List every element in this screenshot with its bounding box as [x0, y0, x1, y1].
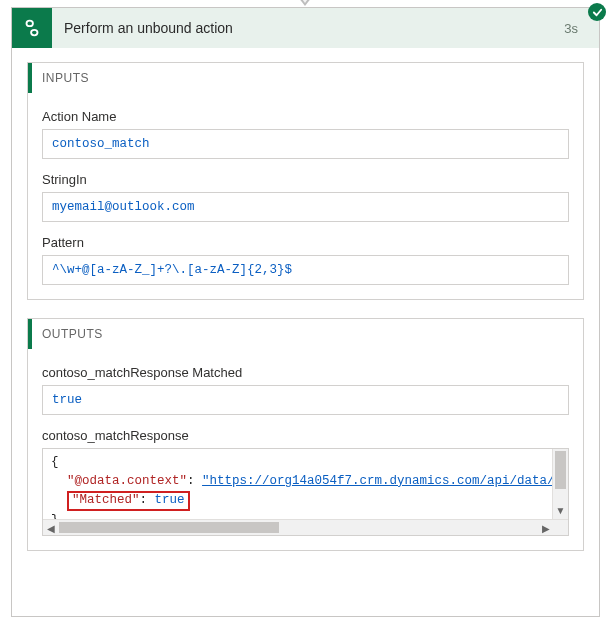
- horizontal-scrollbar[interactable]: ◀ ▶: [43, 519, 568, 535]
- inputs-section: INPUTS Action Name contoso_match StringI…: [27, 62, 584, 300]
- json-val-matched: true: [155, 493, 185, 507]
- inputs-heading: INPUTS: [28, 63, 569, 93]
- dataverse-icon: [12, 8, 52, 48]
- card-title: Perform an unbound action: [64, 20, 564, 36]
- card-header[interactable]: Perform an unbound action 3s: [12, 8, 599, 48]
- field-label-stringin: StringIn: [42, 172, 569, 187]
- outputs-section: OUTPUTS contoso_matchResponse Matched tr…: [27, 318, 584, 551]
- field-value-action-name[interactable]: contoso_match: [42, 129, 569, 159]
- json-key-odata: "@odata.context": [67, 474, 187, 488]
- field-value-matched[interactable]: true: [42, 385, 569, 415]
- outputs-heading: OUTPUTS: [28, 319, 569, 349]
- field-label-response: contoso_matchResponse: [42, 428, 569, 443]
- field-label-action-name: Action Name: [42, 109, 569, 124]
- card-content: INPUTS Action Name contoso_match StringI…: [12, 48, 599, 616]
- json-brace-open: {: [51, 455, 59, 469]
- field-label-pattern: Pattern: [42, 235, 569, 250]
- flow-arrow-icon-inner: [300, 0, 310, 3]
- json-key-matched: "Matched": [72, 493, 140, 507]
- field-value-stringin[interactable]: myemail@outlook.com: [42, 192, 569, 222]
- scroll-left-icon[interactable]: ◀: [43, 520, 59, 536]
- card-duration: 3s: [564, 21, 599, 36]
- field-value-pattern[interactable]: ^\w+@[a-zA-Z_]+?\.[a-zA-Z]{2,3}$: [42, 255, 569, 285]
- success-badge-icon: [588, 3, 606, 21]
- horizontal-scroll-thumb[interactable]: [59, 522, 279, 533]
- json-link-odata[interactable]: "https://org14a054f7.crm.dynamics.com/ap…: [202, 474, 555, 488]
- json-colon: :: [187, 474, 202, 488]
- field-label-matched: contoso_matchResponse Matched: [42, 365, 569, 380]
- action-card: Perform an unbound action 3s INPUTS Acti…: [11, 7, 600, 617]
- scroll-down-icon[interactable]: ▼: [553, 503, 568, 517]
- vertical-scrollbar[interactable]: ▼: [552, 449, 568, 519]
- matched-highlight: "Matched": true: [67, 491, 190, 512]
- vertical-scroll-thumb[interactable]: [555, 451, 566, 489]
- scroll-right-icon[interactable]: ▶: [538, 520, 554, 536]
- response-json-box[interactable]: { "@odata.context": "https://org14a054f7…: [42, 448, 569, 536]
